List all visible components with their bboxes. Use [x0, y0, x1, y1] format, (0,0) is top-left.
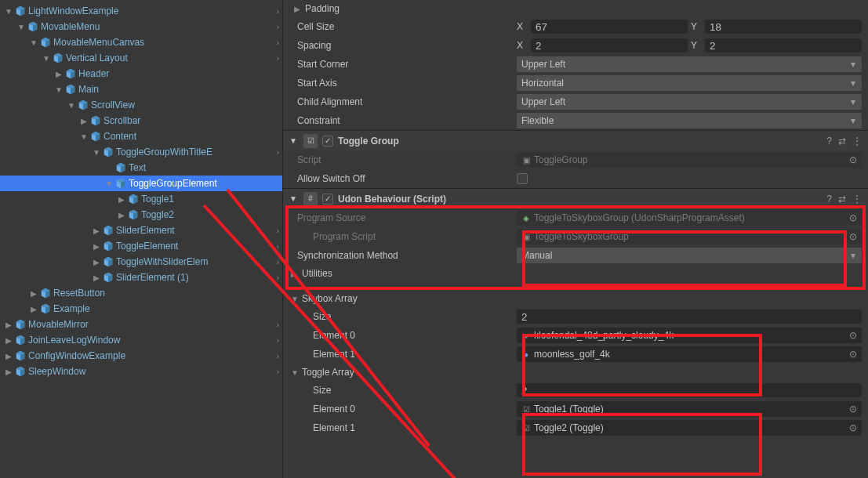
constraint-dropdown[interactable]: Flexible	[517, 113, 862, 129]
hierarchy-item[interactable]: Vertical Layout›	[0, 50, 282, 66]
hierarchy-item[interactable]: SliderElement›	[0, 223, 282, 238]
skybox-e0-field[interactable]: ●kloofendal_48d_partly_cloudy_4k	[517, 328, 862, 343]
foldout-icon[interactable]	[3, 320, 14, 329]
menu-icon[interactable]: ⋮	[852, 194, 862, 205]
gameobject-icon	[27, 20, 39, 33]
help-icon[interactable]: ?	[826, 136, 832, 147]
allowswitchoff-checkbox[interactable]	[517, 173, 528, 184]
foldout-icon[interactable]	[66, 101, 77, 110]
cellsize-x-field[interactable]	[531, 20, 688, 34]
hierarchy-item[interactable]: ResetButton	[0, 285, 282, 301]
skybox-e1-field[interactable]: ●moonless_golf_4k	[517, 346, 862, 362]
hierarchy-item-label: Content	[104, 131, 136, 142]
hierarchy-item[interactable]: SleepWindow›	[0, 364, 282, 379]
hierarchy-item-label: Main	[78, 84, 99, 95]
foldout-icon[interactable]	[16, 23, 27, 31]
hierarchy-item-label: MovableMenu	[41, 21, 100, 32]
skybox-array-fold[interactable]: Skybox Array	[283, 290, 868, 307]
hierarchy-item[interactable]: Content	[0, 129, 282, 144]
gameobject-icon	[64, 67, 77, 80]
hierarchy-item[interactable]: MovableMenu›	[0, 19, 282, 34]
chevron-right-icon: ›	[277, 320, 279, 329]
hierarchy-item[interactable]: MovableMenuCanvas›	[0, 34, 282, 50]
foldout-icon[interactable]	[91, 242, 102, 251]
spacing-y-field[interactable]	[705, 38, 862, 53]
gameobject-icon	[14, 334, 27, 346]
udon-enable-checkbox[interactable]	[322, 194, 333, 205]
foldout-icon[interactable]	[53, 70, 64, 78]
hierarchy-item[interactable]: Header	[0, 66, 282, 81]
udon-component-header[interactable]: ▼ # Udon Behaviour (Script) ? ⇄ ⋮	[283, 188, 868, 208]
foldout-icon[interactable]	[116, 211, 127, 219]
foldout-icon[interactable]	[104, 179, 114, 188]
gameobject-icon	[127, 208, 140, 221]
foldout-icon[interactable]	[3, 336, 14, 345]
hierarchy-item[interactable]: Toggle1	[0, 191, 282, 207]
menu-icon[interactable]: ⋮	[852, 136, 862, 147]
skybox-size-field[interactable]	[517, 310, 862, 324]
hierarchy-item-label: Toggle2	[141, 209, 174, 220]
gameobject-icon	[89, 130, 102, 143]
foldout-icon[interactable]	[53, 85, 64, 94]
help-icon[interactable]: ?	[826, 194, 832, 205]
hierarchy-item[interactable]: Toggle2	[0, 207, 282, 223]
udon-component-icon: #	[303, 192, 318, 206]
hierarchy-item[interactable]: Scrollbar	[0, 113, 282, 129]
preset-icon[interactable]: ⇄	[838, 136, 846, 147]
y-label: Y	[691, 21, 702, 32]
skybox-e1-row: Element 1 ●moonless_golf_4k	[283, 345, 868, 364]
startcorner-dropdown[interactable]: Upper Left	[517, 56, 862, 72]
toggle-icon: ☑	[521, 404, 531, 414]
togglegroup-title: Toggle Group	[338, 136, 822, 147]
preset-icon[interactable]: ⇄	[838, 194, 846, 205]
hierarchy-item[interactable]: ToggleGroupElement	[0, 176, 282, 191]
hierarchy-item[interactable]: MovableMirror›	[0, 317, 282, 332]
foldout-icon[interactable]	[3, 368, 14, 376]
toggle-size-field[interactable]	[517, 383, 862, 397]
hierarchy-item[interactable]: Text	[0, 160, 282, 176]
togglegroup-component-header[interactable]: ▼ ☑ Toggle Group ? ⇄ ⋮	[283, 130, 868, 150]
foldout-icon[interactable]	[91, 148, 102, 157]
toggle-e1-field[interactable]: ☑Toggle2 (Toggle)	[517, 420, 862, 436]
hierarchy-item-label: Header	[78, 68, 109, 79]
foldout-icon[interactable]	[28, 289, 39, 298]
foldout-icon[interactable]	[91, 273, 102, 282]
startaxis-dropdown[interactable]: Horizontal	[517, 75, 862, 91]
sync-dropdown[interactable]: Manual	[517, 248, 862, 263]
hierarchy-item[interactable]: ConfigWindowExample›	[0, 348, 282, 364]
padding-foldout[interactable]: Padding	[283, 0, 868, 17]
hierarchy-item[interactable]: ToggleGroupWithTitleE›	[0, 144, 282, 160]
chevron-right-icon: ›	[277, 38, 279, 47]
foldout-icon[interactable]	[116, 195, 127, 204]
childalign-dropdown[interactable]: Upper Left	[517, 94, 862, 110]
foldout-icon[interactable]	[28, 38, 39, 47]
toggle-array-fold[interactable]: Toggle Array	[283, 364, 868, 381]
foldout-icon[interactable]	[78, 117, 89, 125]
foldout-icon[interactable]	[91, 258, 102, 266]
gameobject-icon	[114, 177, 127, 190]
foldout-icon[interactable]	[41, 54, 52, 63]
hierarchy-item[interactable]: LightWindowExample›	[0, 3, 282, 19]
toggle-e0-row: Element 0 ☑Toggle1 (Toggle)	[283, 400, 868, 418]
hierarchy-item[interactable]: ToggleWithSliderElem›	[0, 254, 282, 270]
foldout-icon[interactable]	[78, 132, 89, 141]
hierarchy-item[interactable]: JoinLeaveLogWindow›	[0, 332, 282, 348]
toggle-e0-field[interactable]: ☑Toggle1 (Toggle)	[517, 401, 862, 417]
utilities-fold[interactable]: Utilities	[283, 265, 868, 282]
hierarchy-item[interactable]: ToggleElement›	[0, 238, 282, 254]
togglegroup-fold-icon: ▼	[289, 136, 299, 145]
gameobject-icon	[89, 114, 102, 127]
foldout-icon[interactable]	[3, 352, 14, 360]
hierarchy-item-label: ToggleGroupElement	[129, 178, 217, 189]
cellsize-y-field[interactable]	[705, 20, 862, 34]
progsrc-field[interactable]: ◈ToggleToSkyboxGroup (UdonSharpProgramAs…	[517, 210, 862, 226]
foldout-icon[interactable]	[3, 7, 14, 16]
spacing-x-field[interactable]	[531, 38, 688, 53]
hierarchy-item[interactable]: Example	[0, 301, 282, 317]
hierarchy-item[interactable]: Main	[0, 81, 282, 97]
foldout-icon[interactable]	[28, 305, 39, 313]
hierarchy-item[interactable]: SliderElement (1)›	[0, 270, 282, 285]
hierarchy-item[interactable]: ScrollView	[0, 97, 282, 113]
togglegroup-enable-checkbox[interactable]	[322, 136, 333, 147]
foldout-icon[interactable]	[91, 226, 102, 235]
